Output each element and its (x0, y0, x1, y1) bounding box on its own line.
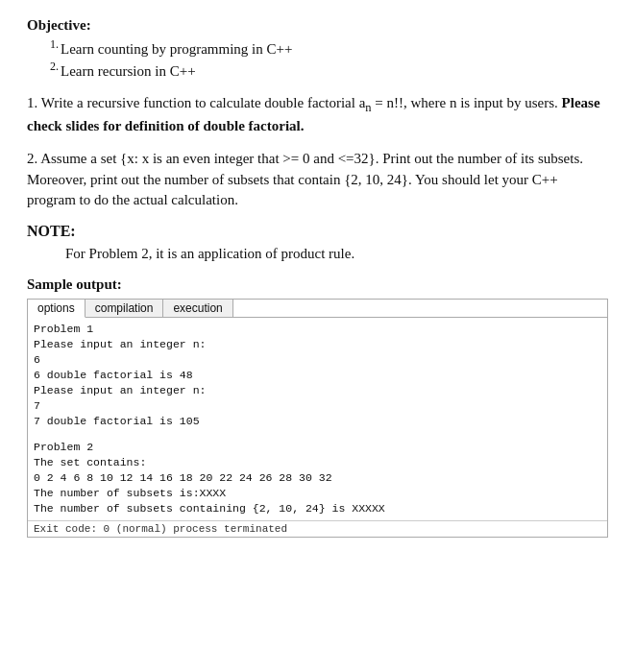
terminal-line-11: The number of subsets is:XXXX (34, 486, 601, 501)
tab-execution[interactable]: execution (163, 300, 232, 317)
note-section: NOTE: For Problem 2, it is an applicatio… (27, 223, 608, 265)
terminal-tabs: options compilation execution (28, 300, 607, 318)
terminal-line-9: The set contains: (34, 455, 601, 470)
note-body: For Problem 2, it is an application of p… (27, 244, 608, 265)
terminal-footer: Exit code: 0 (normal) process terminated (28, 520, 607, 537)
terminal-line-12: The number of subsets containing {2, 10,… (34, 501, 601, 516)
terminal-line-3: 6 double factorial is 48 (34, 368, 601, 383)
terminal-line-0: Problem 1 (34, 322, 601, 337)
note-title: NOTE: (27, 223, 608, 240)
terminal-body: Problem 1 Please input an integer n: 6 6… (28, 318, 607, 520)
terminal-line-6: 7 double factorial is 105 (34, 414, 601, 429)
objective-section: Objective: Learn counting by programming… (27, 17, 608, 80)
objective-item-1: Learn counting by programming in C++ (50, 37, 608, 58)
terminal-line-5: 7 (34, 398, 601, 414)
terminal-line-4: Please input an integer n: (34, 383, 601, 398)
sample-output-title: Sample output: (27, 276, 608, 293)
problem-1-text: 1. Write a recursive function to calcula… (27, 93, 608, 137)
terminal-line-8: Problem 2 (34, 440, 601, 455)
terminal-blank-line (34, 430, 601, 440)
tab-options[interactable]: options (28, 300, 85, 318)
problem-2-content: 2. Assume a set {x: x is an even integer… (27, 151, 583, 208)
objective-item-2: Learn recursion in C++ (50, 60, 608, 80)
terminal-wrapper: options compilation execution Problem 1 … (27, 299, 608, 538)
problem-1-part1: 1. Write a recursive function to calcula… (27, 95, 562, 110)
objective-title: Objective: (27, 17, 608, 34)
problem-2-text: 2. Assume a set {x: x is an even integer… (27, 149, 608, 211)
terminal-line-10: 0 2 4 6 8 10 12 14 16 18 20 22 24 26 28 … (34, 470, 601, 486)
sample-output-section: Sample output: options compilation execu… (27, 276, 608, 538)
objective-list: Learn counting by programming in C++ Lea… (27, 37, 608, 80)
terminal-line-1: Please input an integer n: (34, 337, 601, 352)
tab-compilation[interactable]: compilation (85, 300, 164, 317)
terminal-line-2: 6 (34, 352, 601, 368)
